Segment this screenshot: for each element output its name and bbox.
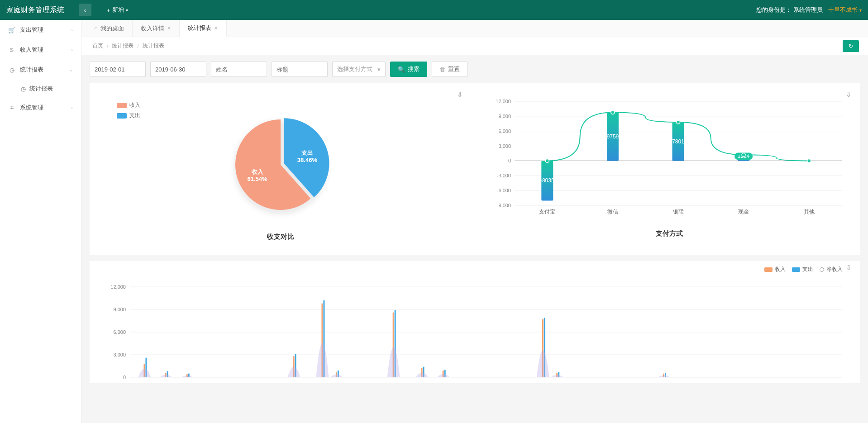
svg-text:现金: 现金: [738, 209, 749, 215]
caret-down-icon: ▾: [859, 8, 862, 13]
legend-label: 净收入: [826, 266, 843, 273]
plus-icon: +: [107, 7, 110, 14]
download-icon[interactable]: ⇩: [846, 264, 852, 272]
tab-bar: ⌂ 我的桌面 收入详情 ✕ 统计报表 ✕: [81, 20, 868, 37]
sidebar-item-label: 系统管理: [20, 104, 43, 112]
chevron-left-icon: ‹: [84, 7, 86, 14]
charts-row: ⇩ 收入 支出 收入61.54%支出38.46%: [90, 83, 860, 255]
svg-text:0: 0: [508, 158, 511, 163]
close-icon[interactable]: ✕: [214, 25, 218, 31]
sidebar-item-label: 统计报表: [20, 66, 43, 74]
svg-text:12,000: 12,000: [110, 284, 126, 290]
button-label: 重置: [448, 65, 460, 73]
sidebar-collapse-button[interactable]: ‹: [79, 4, 91, 16]
caret-down-icon: ▾: [126, 8, 128, 13]
svg-text:其他: 其他: [804, 209, 815, 215]
sidebar-item-expense[interactable]: 🛒 支出管理 ›: [0, 20, 81, 40]
legend-item-expense[interactable]: 支出: [792, 266, 813, 273]
home-icon: ⌂: [94, 25, 98, 32]
user-menu[interactable]: 十里不成书 ▾: [828, 6, 862, 14]
refresh-button[interactable]: ↻: [843, 40, 859, 52]
title-input[interactable]: [272, 62, 328, 77]
breadcrumb-sep: /: [137, 43, 138, 49]
search-button[interactable]: 🔍 搜索: [390, 62, 427, 77]
tab-income-detail[interactable]: 收入详情 ✕: [133, 20, 180, 37]
sidebar-item-income[interactable]: $ 收入管理 ›: [0, 40, 81, 60]
timeline-chart-card: ⇩ 收入 支出 净收入 03,0006,0009,00012,000: [90, 261, 860, 383]
role-value: 系统管理员: [793, 6, 823, 13]
breadcrumb-item: 统计报表: [143, 42, 164, 50]
legend-label: 收入: [775, 266, 786, 273]
button-label: 搜索: [408, 65, 420, 73]
role-label: 您的身份是：: [756, 6, 792, 13]
sidebar-item-system[interactable]: ⌗ 系统管理 ›: [0, 98, 81, 118]
clock-icon: ◷: [8, 67, 15, 73]
chevron-down-icon: ⌄: [69, 67, 73, 73]
legend-item-expense[interactable]: 支出: [117, 112, 140, 119]
main-area: ⌂ 我的桌面 收入详情 ✕ 统计报表 ✕ 首页 / 统计报表 / 统计报表 ↻: [81, 20, 868, 423]
timeline-chart: 03,0006,0009,00012,000: [99, 273, 851, 382]
svg-text:7801: 7801: [672, 138, 684, 145]
legend-item-net[interactable]: 净收入: [820, 266, 843, 273]
legend-swatch: [117, 113, 127, 119]
download-icon[interactable]: ⇩: [457, 90, 463, 99]
clock-icon: ◷: [21, 86, 26, 92]
svg-point-36: [677, 120, 680, 124]
pie-legend: 收入 支出: [117, 101, 140, 122]
role-indicator: 您的身份是： 系统管理员: [756, 6, 823, 14]
sidebar-item-label: 收入管理: [20, 46, 43, 54]
chevron-right-icon: ›: [71, 27, 73, 33]
sidebar-subitem-reports[interactable]: ◷ 统计报表: [0, 80, 81, 98]
chart-title: 收支对比: [99, 233, 462, 241]
timeline-legend: 收入 支出 净收入: [99, 266, 851, 273]
grid-icon: ⌗: [8, 104, 15, 111]
svg-text:银联: 银联: [672, 209, 684, 215]
svg-text:6,000: 6,000: [113, 329, 126, 335]
close-icon[interactable]: ✕: [167, 25, 171, 31]
tab-desktop[interactable]: ⌂ 我的桌面: [86, 20, 133, 37]
svg-text:微信: 微信: [607, 209, 618, 215]
legend-ring: [820, 267, 824, 272]
legend-item-income[interactable]: 收入: [117, 101, 140, 109]
svg-text:-3,000: -3,000: [497, 173, 511, 178]
content-scroll[interactable]: 选择支付方式 🔍 搜索 🗑 重置 ⇩: [81, 55, 868, 423]
filter-bar: 选择支付方式 🔍 搜索 🗑 重置: [90, 62, 860, 77]
svg-text:-8035: -8035: [540, 177, 554, 184]
pie-chart-card: ⇩ 收入 支出 收入61.54%支出38.46%: [90, 88, 471, 246]
download-icon[interactable]: ⇩: [846, 90, 852, 99]
sidebar-item-reports[interactable]: ◷ 统计报表 ⌄: [0, 60, 81, 80]
paytype-select[interactable]: 选择支付方式: [332, 62, 386, 77]
top-header: 家庭财务管理系统 ‹ + 新增 ▾ 您的身份是： 系统管理员 十里不成书 ▾: [0, 0, 868, 20]
legend-label: 收入: [129, 101, 140, 109]
trash-icon: 🗑: [439, 66, 445, 73]
date-start-input[interactable]: [90, 62, 146, 77]
svg-text:0: 0: [123, 375, 126, 380]
breadcrumb-sep: /: [107, 43, 108, 49]
svg-text:-6,000: -6,000: [497, 188, 511, 193]
tab-reports[interactable]: 统计报表 ✕: [180, 20, 227, 37]
legend-swatch: [764, 267, 773, 272]
breadcrumb-item[interactable]: 首页: [92, 42, 103, 50]
date-end-input[interactable]: [150, 62, 206, 77]
name-input[interactable]: [211, 62, 267, 77]
svg-point-38: [807, 159, 811, 162]
sidebar: 🛒 支出管理 › $ 收入管理 › ◷ 统计报表 ⌄ ◷ 统计报表 ⌗ 系统管理…: [0, 20, 81, 423]
svg-point-34: [545, 159, 549, 162]
cart-icon: 🛒: [8, 27, 15, 33]
reset-button[interactable]: 🗑 重置: [432, 62, 467, 77]
legend-label: 支出: [802, 266, 813, 273]
add-new-button[interactable]: + 新增 ▾: [107, 6, 128, 14]
breadcrumb: 首页 / 统计报表 / 统计报表 ↻: [81, 37, 868, 55]
legend-item-income[interactable]: 收入: [764, 266, 786, 273]
svg-text:支付宝: 支付宝: [539, 209, 555, 215]
tab-label: 我的桌面: [100, 24, 124, 33]
legend-swatch: [792, 267, 800, 272]
svg-text:9,000: 9,000: [498, 114, 511, 119]
svg-text:3,000: 3,000: [113, 352, 126, 357]
legend-swatch: [117, 103, 127, 108]
svg-text:3,000: 3,000: [498, 143, 511, 149]
svg-text:-9,000: -9,000: [497, 203, 511, 208]
breadcrumb-item[interactable]: 统计报表: [112, 42, 134, 50]
svg-text:12,000: 12,000: [496, 99, 511, 104]
svg-point-35: [611, 111, 615, 114]
